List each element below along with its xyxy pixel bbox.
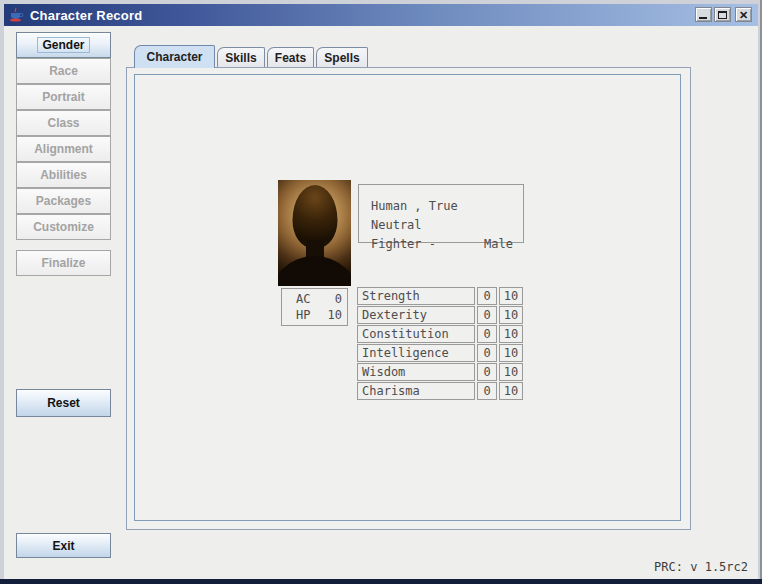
titlebar[interactable]: Character Record ✕ — [4, 4, 758, 26]
sidebar-button-alignment: Alignment — [16, 136, 111, 162]
sidebar-button-race: Race — [16, 58, 111, 84]
java-cup-icon — [8, 7, 24, 23]
tab-label: Character — [146, 50, 202, 64]
ability-row-dexterity: Dexterity 0 10 — [357, 306, 523, 324]
close-button[interactable]: ✕ — [735, 7, 752, 22]
tab-label: Spells — [324, 51, 359, 65]
hp-value: 10 — [318, 307, 342, 323]
ability-mod-cell: 0 — [477, 287, 497, 305]
ability-mod-cell: 0 — [477, 325, 497, 343]
minimize-icon — [699, 17, 707, 19]
summary-class: Fighter - — [371, 235, 436, 254]
minimize-button[interactable] — [695, 7, 712, 22]
sidebar-button-label: Gender — [37, 37, 89, 53]
ability-mod-cell: 0 — [477, 344, 497, 362]
tab-feats[interactable]: Feats — [267, 47, 314, 68]
ability-score-cell: 10 — [499, 325, 523, 343]
window-title: Character Record — [30, 8, 142, 23]
sidebar-button-label: Alignment — [34, 142, 93, 156]
window-controls: ✕ — [693, 7, 752, 22]
character-portrait — [278, 180, 351, 286]
exit-button[interactable]: Exit — [16, 533, 111, 558]
tab-skills[interactable]: Skills — [217, 47, 265, 68]
ability-name-cell: Constitution — [357, 325, 475, 343]
sidebar-button-label: Class — [47, 116, 79, 130]
ability-row-wisdom: Wisdom 0 10 — [357, 363, 523, 381]
status-version: PRC: v 1.5rc2 — [654, 560, 748, 574]
summary-gender: Male — [484, 235, 513, 254]
window-content: Gender Race Portrait Class Alignment Abi… — [4, 26, 758, 579]
ability-name-cell: Wisdom — [357, 363, 475, 381]
sidebar-button-label: Finalize — [41, 256, 85, 270]
ability-score-cell: 10 — [499, 382, 523, 400]
ability-name-cell: Intelligence — [357, 344, 475, 362]
sidebar-button-label: Customize — [33, 220, 94, 234]
finalize-button: Finalize — [16, 250, 111, 276]
ability-name-cell: Strength — [357, 287, 475, 305]
tab-label: Skills — [225, 51, 256, 65]
maximize-button[interactable] — [714, 7, 731, 22]
tab-character[interactable]: Character — [134, 45, 215, 68]
tab-label: Feats — [275, 51, 306, 65]
maximize-icon — [718, 11, 727, 19]
ability-row-strength: Strength 0 10 — [357, 287, 523, 305]
ac-label: AC — [296, 291, 318, 307]
ability-mod-cell: 0 — [477, 363, 497, 381]
window-bottom-edge — [0, 579, 762, 584]
app-window: Character Record ✕ Gender Race Portrait … — [0, 0, 762, 584]
portrait-head — [292, 185, 337, 248]
ability-score-cell: 10 — [499, 306, 523, 324]
sidebar-button-label: Packages — [36, 194, 91, 208]
ability-name-cell: Dexterity — [357, 306, 475, 324]
close-icon: ✕ — [736, 8, 751, 21]
tab-spells[interactable]: Spells — [316, 47, 368, 68]
sidebar-button-label: Abilities — [40, 168, 87, 182]
ac-value: 0 — [318, 291, 342, 307]
hp-label: HP — [296, 307, 318, 323]
tabstrip: Character Skills Feats Spells — [134, 45, 370, 68]
ability-mod-cell: 0 — [477, 382, 497, 400]
sidebar-button-label: Portrait — [42, 90, 85, 104]
ability-score-cell: 10 — [499, 344, 523, 362]
sidebar-button-abilities: Abilities — [16, 162, 111, 188]
sidebar-button-class: Class — [16, 110, 111, 136]
sidebar-button-label: Race — [49, 64, 78, 78]
portrait-shoulders — [278, 256, 351, 286]
ability-score-cell: 10 — [499, 287, 523, 305]
ability-row-charisma: Charisma 0 10 — [357, 382, 523, 400]
ability-mod-cell: 0 — [477, 306, 497, 324]
vitals-box: AC 0 HP 10 — [281, 288, 348, 326]
ability-row-constitution: Constitution 0 10 — [357, 325, 523, 343]
sidebar-button-gender[interactable]: Gender — [16, 32, 111, 58]
ability-score-cell: 10 — [499, 363, 523, 381]
ability-name-cell: Charisma — [357, 382, 475, 400]
summary-race-alignment: Human , True Neutral — [371, 197, 513, 235]
summary-box: Human , True Neutral Fighter - Male — [358, 184, 524, 243]
sidebar-button-portrait: Portrait — [16, 84, 111, 110]
sidebar-button-packages: Packages — [16, 188, 111, 214]
reset-button[interactable]: Reset — [16, 389, 111, 417]
sidebar-button-customize: Customize — [16, 214, 111, 240]
ability-row-intelligence: Intelligence 0 10 — [357, 344, 523, 362]
